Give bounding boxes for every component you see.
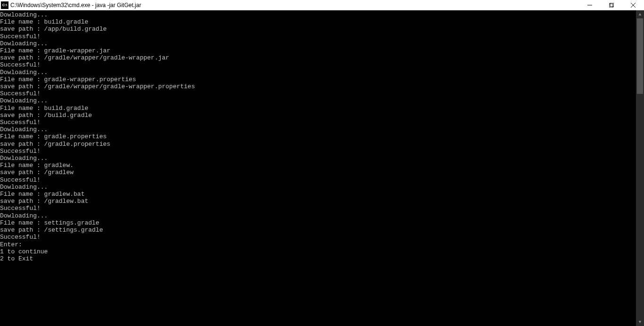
scrollbar-thumb[interactable] [637,18,643,94]
close-button[interactable] [622,0,644,10]
downloading-line: Dowloading... [0,97,636,104]
file-name-line: File name : gradle.properties [0,133,636,140]
svg-rect-0 [609,4,613,8]
title-bar: C:\ C:\Windows\System32\cmd.exe - java -… [0,0,644,10]
cmd-icon: C:\ [1,1,8,9]
file-name-line: File name : gradle-wrapper.jar [0,47,636,54]
file-name-line: File name : settings.gradle [0,219,636,226]
console-output[interactable]: Dowloading...File name : build.gradlesav… [0,10,636,326]
downloading-line: Dowloading... [0,126,636,133]
prompt-option-line: 1 to continue [0,248,636,255]
file-name-line: File name : gradlew.bat [0,191,636,198]
status-line: Successful! [0,33,636,40]
save-path-line: save path : /gradle.properties [0,141,636,148]
downloading-line: Dowloading... [0,212,636,219]
maximize-button[interactable] [601,0,622,10]
status-line: Successful! [0,205,636,212]
file-name-line: File name : build.gradle [0,18,636,25]
prompt-option-line: 2 to Exit [0,255,636,262]
minimize-button[interactable] [579,0,601,10]
downloading-line: Dowloading... [0,69,636,76]
status-line: Successful! [0,90,636,97]
downloading-line: Dowloading... [0,184,636,191]
prompt-enter-line: Enter: [0,241,636,248]
window-controls [579,0,644,10]
downloading-line: Dowloading... [0,40,636,47]
file-name-line: File name : gradle-wrapper.properties [0,76,636,83]
vertical-scrollbar[interactable]: ▲ ▼ [636,10,644,326]
save-path-line: save path : /gradlew.bat [0,198,636,205]
file-name-line: File name : build.gradle [0,105,636,112]
scrollbar-track[interactable] [636,18,644,318]
status-line: Successful! [0,119,636,126]
save-path-line: save path : /gradlew [0,169,636,176]
status-line: Successful! [0,61,636,68]
status-line: Successful! [0,234,636,241]
save-path-line: save path : /gradle/wrapper/gradle-wrapp… [0,83,636,90]
svg-rect-1 [610,3,614,7]
minimize-icon [587,3,592,8]
save-path-line: save path : /app/build.gradle [0,25,636,33]
file-name-line: File name : gradlew. [0,162,636,169]
scroll-down-arrow[interactable]: ▼ [636,318,644,326]
save-path-line: save path : /build.gradle [0,112,636,119]
downloading-line: Dowloading... [0,155,636,162]
save-path-line: save path : /gradle/wrapper/gradle-wrapp… [0,54,636,61]
close-icon [631,3,636,8]
save-path-line: save path : /settings.gradle [0,226,636,234]
status-line: Successful! [0,176,636,184]
downloading-line: Dowloading... [0,11,636,18]
console-area: Dowloading...File name : build.gradlesav… [0,10,644,326]
maximize-icon [609,3,614,8]
window-title: C:\Windows\System32\cmd.exe - java -jar … [10,2,579,8]
status-line: Successful! [0,148,636,155]
scroll-up-arrow[interactable]: ▲ [636,10,644,18]
